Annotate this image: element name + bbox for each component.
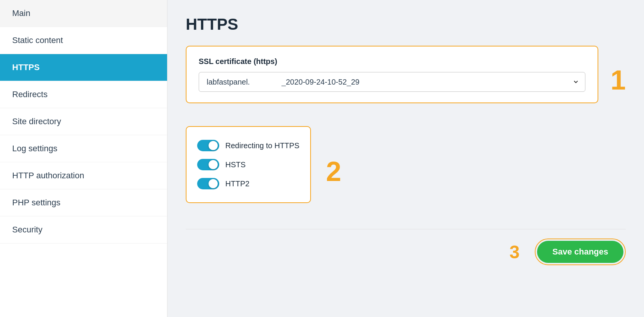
main-content: HTTPS SSL certificate (https) labfastpan… (167, 0, 644, 317)
sidebar-item-log-settings[interactable]: Log settings (0, 135, 167, 162)
toggle-hsts-label: HSTS (225, 160, 245, 169)
sidebar-item-https[interactable]: HTTPS (0, 54, 167, 81)
sidebar-item-http-authorization[interactable]: HTTP authorization (0, 162, 167, 189)
ssl-certificate-section: SSL certificate (https) labfastpanel. _2… (186, 46, 598, 103)
step-1-number: 1 (611, 66, 626, 94)
sidebar-item-main[interactable]: Main (0, 0, 167, 27)
toggle-hsts[interactable] (197, 159, 219, 170)
sidebar-item-redirects[interactable]: Redirects (0, 81, 167, 108)
toggles-section: Redirecting to HTTPS HSTS (186, 126, 311, 203)
sidebar-item-label: Site directory (12, 117, 61, 126)
sidebar-item-static-content[interactable]: Static content (0, 27, 167, 54)
toggle-hsts-row: HSTS (197, 155, 300, 174)
page-title: HTTPS (186, 15, 626, 34)
sidebar-item-label: Static content (12, 35, 63, 45)
ssl-section-label: SSL certificate (https) (199, 57, 585, 66)
sidebar-item-site-directory[interactable]: Site directory (0, 108, 167, 135)
sidebar-item-label: HTTPS (12, 62, 40, 72)
toggle-redirect-https[interactable] (197, 140, 219, 151)
step-2-number: 2 (326, 156, 341, 187)
sidebar-item-php-settings[interactable]: PHP settings (0, 189, 167, 216)
save-changes-button[interactable]: Save changes (537, 241, 623, 263)
sidebar-item-label: Security (12, 225, 42, 235)
toggle-http2-row: HTTP2 (197, 174, 300, 193)
save-button-wrapper: Save changes (535, 239, 626, 265)
step-3-number: 3 (510, 242, 520, 263)
sidebar-item-label: Redirects (12, 90, 48, 99)
toggle-redirect-https-label: Redirecting to HTTPS (225, 141, 300, 150)
section-divider (186, 229, 626, 229)
sidebar-item-label: Main (12, 8, 30, 18)
sidebar-item-label: HTTP authorization (12, 171, 84, 181)
save-area: 3 Save changes (186, 239, 626, 265)
toggle-http2-label: HTTP2 (225, 179, 249, 188)
sidebar-item-label: PHP settings (12, 198, 61, 208)
sidebar-item-label: Log settings (12, 144, 57, 154)
sidebar-item-security[interactable]: Security (0, 216, 167, 243)
toggle-http2[interactable] (197, 178, 219, 189)
toggle-redirect-https-row: Redirecting to HTTPS (197, 136, 300, 155)
sidebar: Main Static content HTTPS Redirects Site… (0, 0, 167, 317)
ssl-certificate-select[interactable]: labfastpanel. _2020-09-24-10-52_29 (199, 72, 585, 92)
